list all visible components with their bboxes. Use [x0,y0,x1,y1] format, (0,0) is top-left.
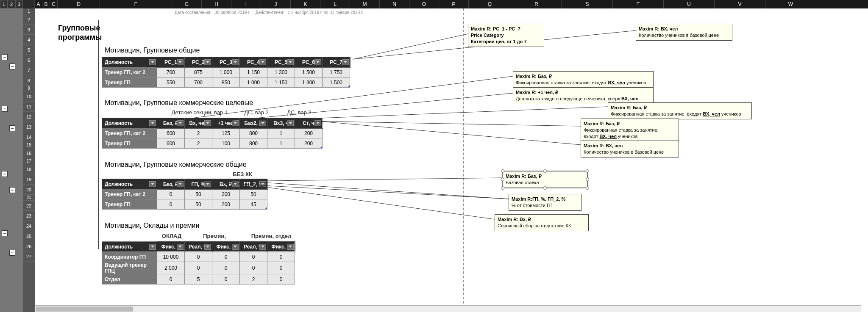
comment-baz2[interactable]: Maxim R: Баз, ₽ Фиксированная ставка за … [608,102,752,119]
filter-dropdown-icon[interactable] [177,244,184,250]
cell-value[interactable]: 0 [185,262,212,274]
row-header-19[interactable]: 19 [23,174,35,185]
row-header-10[interactable]: 10 [23,91,35,102]
outline-collapse-group-2[interactable]: − [2,106,8,112]
filter-dropdown-icon[interactable] [259,120,266,126]
filter-dropdown-icon[interactable] [204,181,211,187]
row-header-26[interactable]: 26 [23,241,35,251]
cell-value[interactable]: 0 [157,274,185,284]
col-header-A[interactable]: A [35,0,42,8]
filter-dropdown-icon[interactable] [259,59,266,65]
row-header-2[interactable]: 2 [23,14,35,25]
row-header-27[interactable]: 27 [23,251,35,262]
cell-value[interactable]: 1 000 [240,77,267,88]
filter-dropdown-icon[interactable] [204,59,211,65]
filter-dropdown-icon[interactable] [149,120,156,126]
cell-value[interactable]: 1 000 [212,67,240,77]
filter-dropdown-icon[interactable] [232,59,239,65]
cell-value[interactable]: 10 000 [157,252,185,262]
selection-handle-ne[interactable] [586,169,589,173]
cell-value[interactable]: 2 [185,128,212,138]
header-col-0[interactable]: Баз, ₽ [157,179,185,189]
comment-gp[interactable]: Maxim R:ГП, %, ГП_2, % % от стоимости ГП [509,194,581,211]
cell-value[interactable]: 1 300 [295,77,323,88]
select-all-corner[interactable] [23,0,35,8]
filter-dropdown-icon[interactable] [149,59,156,65]
row-header-1[interactable]: 1 [23,8,35,14]
cell-value[interactable]: 850 [212,77,240,88]
col-header-K[interactable]: K [291,0,320,8]
header-col-2[interactable]: PC_3 [212,57,240,67]
col-header-M[interactable]: M [350,0,380,8]
header-col-0[interactable]: PC_1 [157,57,185,67]
header-position[interactable]: Должность [102,179,157,189]
row-header-12[interactable]: 12 [23,112,35,122]
cell-value[interactable]: 1 [267,138,295,149]
cell-value[interactable]: 0 [212,252,240,262]
header-col-2[interactable]: +1 чел [212,118,240,128]
cell-value[interactable]: 100 [212,138,240,149]
cell-value[interactable]: 5 [185,274,212,284]
sheet-area[interactable]: Дата составления: 30 октября 2019 г Дейс… [35,8,868,312]
filter-dropdown-icon[interactable] [232,181,239,187]
filter-dropdown-icon[interactable] [177,181,184,187]
cell-value[interactable]: 550 [157,77,185,88]
header-col-1[interactable]: ГП, % [185,179,212,189]
cell-value[interactable]: 1 500 [295,67,323,77]
filter-dropdown-icon[interactable] [314,120,321,126]
outline-collapse-group-4a[interactable]: − [9,250,15,256]
filter-dropdown-icon[interactable] [177,120,184,126]
filter-dropdown-icon[interactable] [287,120,294,126]
cell-value[interactable]: 50 [185,199,212,210]
cell-value[interactable]: 1 150 [267,77,295,88]
col-header-F[interactable]: F [100,0,172,8]
row-header-4[interactable]: 4 [23,35,35,45]
cell-value[interactable]: 0 [240,252,267,262]
header-col-5[interactable]: PC_6 [295,57,323,67]
outline-level-1[interactable]: 1 [0,0,8,8]
cell-value[interactable]: 200 [212,199,240,210]
outline-collapse-group-1a[interactable]: − [9,64,15,69]
row-header-20[interactable]: 20 [23,185,35,195]
cell-value[interactable]: 200 [295,138,323,149]
outline-collapse-group-1[interactable]: − [2,54,8,60]
outline-collapse-group-3a[interactable]: − [9,187,15,193]
row-header-11[interactable]: 11 [23,102,35,112]
row-header-8[interactable]: 8 [23,75,35,86]
cell-value[interactable]: 800 [240,128,267,138]
filter-dropdown-icon[interactable] [149,181,156,187]
scrollbar-thumb[interactable] [36,306,133,312]
header-col-3[interactable]: Реал, % [240,242,267,252]
selection-handle-s[interactable] [543,186,547,190]
row-header-14[interactable]: 14 [23,132,35,142]
header-col-0[interactable]: Баз, ₽ [157,118,185,128]
cell-value[interactable]: 200 [295,128,323,138]
col-header-V[interactable]: V [715,0,765,8]
cell-value[interactable]: 2 [240,274,267,284]
cell-value[interactable]: 200 [212,189,240,199]
outline-collapse-group-4[interactable]: − [2,230,8,236]
cell-value[interactable]: 875 [185,67,212,77]
filter-dropdown-icon[interactable] [177,59,184,65]
col-header-L[interactable]: L [320,0,350,8]
filter-dropdown-icon[interactable] [314,59,321,65]
col-header-Q[interactable]: Q [469,0,511,8]
cell-value[interactable]: 1 150 [240,67,267,77]
header-col-4[interactable]: Фикс, ₽ [267,242,295,252]
row-header-18[interactable]: 18 [23,164,35,174]
selection-handle-e[interactable] [586,178,589,181]
header-col-4[interactable]: PC_5 [267,57,295,67]
filter-dropdown-icon[interactable] [204,120,211,126]
col-header-N[interactable]: N [380,0,409,8]
row-header-7[interactable]: 7 [23,65,35,75]
outline-collapse-group-2a[interactable]: − [9,125,15,131]
selection-handle-w[interactable] [501,178,504,181]
cell-value[interactable]: 1 300 [267,67,295,77]
comment-vh2[interactable]: Maxim R: ВХ, чел Количество учеников в б… [581,141,679,157]
header-position[interactable]: Должность [102,242,157,252]
cell-value[interactable]: 700 [157,67,185,77]
header-col-1[interactable]: Реал, % [185,242,212,252]
header-col-3[interactable]: Баз2, ₽ [240,118,267,128]
cell-value[interactable]: 1 750 [323,67,350,77]
header-col-2[interactable]: Вх, ₽ [212,179,240,189]
